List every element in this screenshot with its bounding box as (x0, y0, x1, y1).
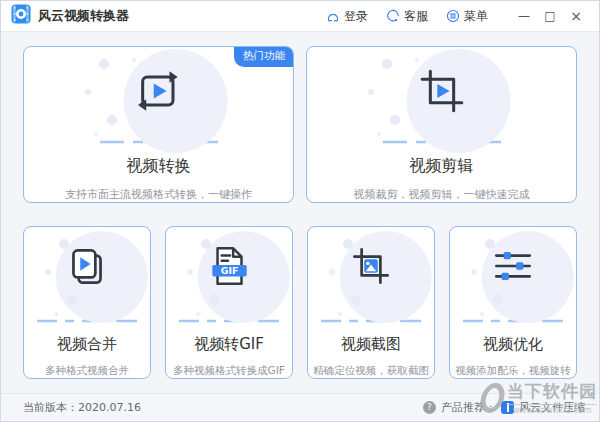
card-subtitle: 支持市面主流视频格式转换，一键操作 (65, 187, 252, 202)
featured-row: 热门功能 视频转换 (23, 46, 577, 203)
card-subtitle: 视频裁剪，视频剪辑，一键快速完成 (354, 187, 530, 202)
card-art (307, 47, 576, 136)
login-button[interactable]: 登录 (317, 8, 377, 25)
app-window: 风云视频转换器 登录 客服 (0, 0, 600, 422)
tools-row: 视频合并 多种格式视频合并 GIF (23, 226, 577, 379)
recommend-label: 产品推荐： (441, 400, 496, 415)
svg-text:GIF: GIF (221, 265, 239, 276)
user-icon (326, 9, 340, 23)
decor-dots (99, 59, 109, 69)
support-button[interactable]: 客服 (377, 8, 437, 25)
version-label: 当前版本：2020.07.16 (23, 400, 141, 415)
compress-product-icon (501, 401, 514, 414)
card-subtitle: 多种格式视频合并 (45, 364, 129, 378)
card-video-edit[interactable]: 视频剪辑 视频裁剪，视频剪辑，一键快速完成 (306, 46, 577, 203)
main-content: 热门功能 视频转换 (1, 32, 599, 393)
card-title: 视频合并 (57, 335, 117, 354)
maximize-button[interactable]: □ (537, 3, 563, 29)
card-title: 视频剪辑 (410, 156, 474, 177)
crop-image-icon (346, 241, 396, 315)
card-art (308, 227, 434, 315)
app-identity: 风云视频转换器 (11, 4, 129, 28)
card-video-screenshot[interactable]: 视频截图 精确定位视频，获取截图 (307, 226, 435, 379)
menu-label: 菜单 (464, 8, 488, 25)
recommend-product-link[interactable]: 风云文件压缩 (519, 400, 585, 415)
card-subtitle: 精确定位视频，获取截图 (313, 364, 429, 378)
sliders-icon (488, 241, 538, 315)
info-icon: ? (423, 401, 436, 414)
stacked-pages-play-icon (62, 241, 112, 315)
status-bar: 当前版本：2020.07.16 ? 产品推荐： 风云文件压缩 (1, 393, 599, 421)
titlebar-actions: 登录 客服 (317, 3, 589, 29)
card-art: GIF (166, 227, 292, 315)
app-logo-icon (11, 4, 31, 28)
card-art (24, 47, 293, 136)
card-title: 视频转换 (127, 156, 191, 177)
menu-button[interactable]: 菜单 (437, 8, 497, 25)
menu-icon (446, 9, 460, 23)
card-art (24, 227, 150, 315)
minimize-button[interactable]: — (511, 3, 537, 29)
close-button[interactable]: × (563, 3, 589, 29)
convert-loop-play-icon (131, 63, 187, 136)
login-label: 登录 (344, 8, 368, 25)
card-subtitle: 多种视频格式转换成GIF (173, 364, 285, 378)
decor-dots (382, 59, 392, 69)
gif-file-icon: GIF (204, 241, 254, 315)
window-controls: — □ × (511, 3, 589, 29)
card-video-optimize[interactable]: 视频优化 视频添加配乐，视频旋转 (449, 226, 577, 379)
card-art (450, 227, 576, 315)
card-video-to-gif[interactable]: GIF 视频转GIF 多种视频格式转换成GIF (165, 226, 293, 379)
card-video-convert[interactable]: 热门功能 视频转换 (23, 46, 294, 203)
titlebar: 风云视频转换器 登录 客服 (1, 1, 599, 32)
card-subtitle: 视频添加配乐，视频旋转 (455, 364, 571, 378)
card-title: 视频转GIF (194, 335, 264, 354)
product-recommendation[interactable]: ? 产品推荐： 风云文件压缩 (423, 400, 585, 415)
card-video-merge[interactable]: 视频合并 多种格式视频合并 (23, 226, 151, 379)
crop-play-icon (414, 63, 470, 136)
card-title: 视频截图 (341, 335, 401, 354)
card-title: 视频优化 (483, 335, 543, 354)
support-label: 客服 (404, 8, 428, 25)
headset-icon (386, 9, 400, 23)
app-title: 风云视频转换器 (38, 7, 129, 25)
